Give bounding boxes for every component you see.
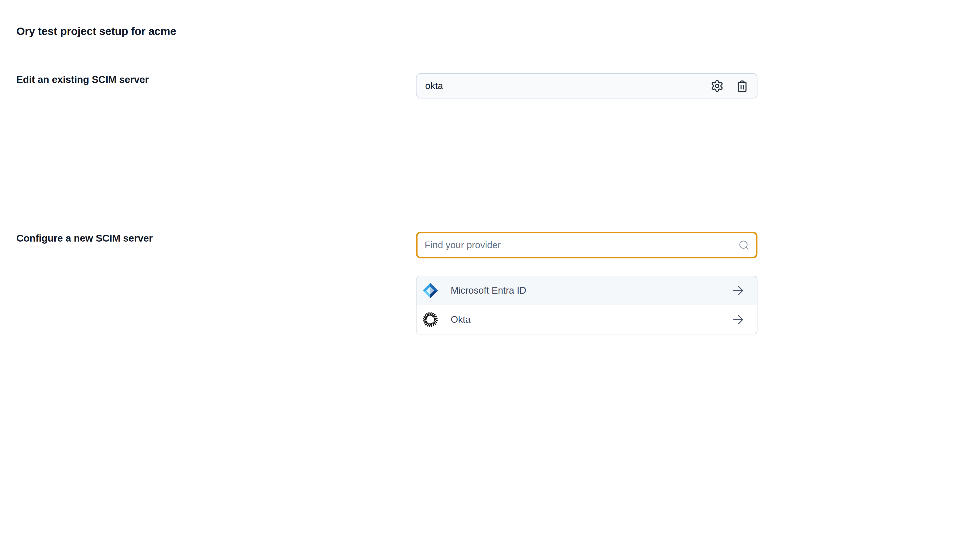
scim-server-name: okta: [425, 81, 443, 91]
configure-server-button[interactable]: [711, 79, 724, 93]
trash-icon: [735, 79, 749, 93]
provider-name: Okta: [451, 314, 471, 325]
edit-scim-section-label: Edit an existing SCIM server: [16, 74, 149, 85]
okta-logo: [422, 311, 439, 328]
arrow-right-icon: [731, 312, 746, 327]
configure-scim-section-label: Configure a new SCIM server: [16, 233, 153, 244]
arrow-right-icon: [731, 283, 746, 298]
provider-search-box: [416, 232, 757, 259]
provider-row-okta[interactable]: Okta: [417, 305, 757, 334]
provider-name: Microsoft Entra ID: [451, 285, 526, 296]
microsoft-entra-id-logo: [422, 282, 439, 299]
existing-scim-server-row: okta: [416, 73, 757, 98]
delete-server-button[interactable]: [735, 79, 749, 93]
search-icon: [738, 239, 750, 251]
provider-search-input[interactable]: [416, 232, 757, 259]
page-title: Ory test project setup for acme: [16, 25, 176, 38]
provider-row-microsoft-entra-id[interactable]: Microsoft Entra ID: [417, 276, 757, 305]
gear-icon: [711, 79, 724, 93]
provider-list: Microsoft Entra ID: [416, 276, 757, 334]
